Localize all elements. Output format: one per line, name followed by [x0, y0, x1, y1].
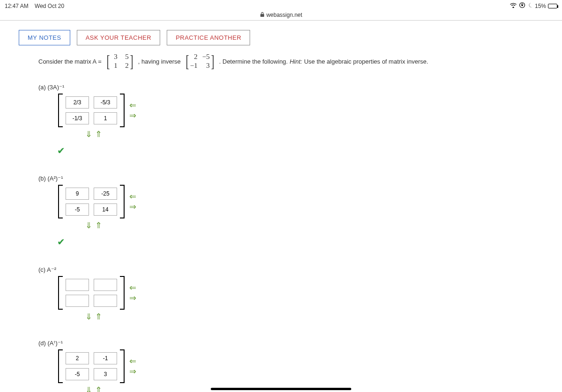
arrow-down-icon[interactable]: ⇓: [85, 312, 92, 321]
part-b-r1c1-input[interactable]: [66, 188, 89, 200]
toolbar-divider: [0, 20, 562, 21]
my-notes-button[interactable]: MY NOTES: [19, 30, 70, 45]
part-c-r1c1-input[interactable]: [66, 279, 89, 291]
right-bracket-icon: [121, 349, 125, 383]
arrow-left-icon[interactable]: ⇐: [129, 283, 136, 292]
arrow-right-icon[interactable]: ⇒: [129, 367, 136, 376]
part-a-matrix: ⇐ ⇒: [57, 94, 543, 127]
part-d-matrix: ⇐ ⇒: [57, 349, 543, 383]
resize-rows-control[interactable]: ⇓ ⇑: [85, 312, 543, 321]
resize-rows-control[interactable]: ⇓ ⇑: [85, 221, 543, 230]
A-r1c1: 3: [111, 53, 118, 61]
right-bracket-icon: [121, 94, 125, 127]
lock-icon: [260, 12, 265, 18]
part-b-matrix: ⇐ ⇒: [57, 185, 543, 218]
Ainv-r1c1: 2: [190, 53, 198, 61]
arrow-up-icon[interactable]: ⇑: [95, 130, 102, 138]
resize-cols-control[interactable]: ⇐ ⇒: [129, 101, 136, 120]
right-bracket-icon: [121, 185, 125, 218]
part-c-label: (c) A⁻²: [38, 266, 543, 273]
part-a-r1c1-input[interactable]: [66, 96, 89, 109]
svg-rect-2: [260, 14, 264, 17]
Ainv-r2c2: 3: [202, 62, 210, 70]
hint-text: Use the algebraic properties of matrix i…: [304, 58, 428, 65]
left-bracket-icon: [58, 185, 62, 218]
Ainv-r2c1: −1: [190, 62, 198, 70]
arrow-right-icon[interactable]: ⇒: [129, 111, 136, 120]
part-d-r2c1-input[interactable]: [66, 368, 89, 380]
part-a-label: (a) (3A)⁻¹: [38, 84, 543, 91]
arrow-down-icon[interactable]: ⇓: [85, 386, 92, 392]
correct-check-icon: ✔: [57, 236, 543, 247]
part-d: (d) (Aᵗ)⁻¹ ⇐ ⇒ ⇓ ⇑ ✔: [38, 340, 543, 392]
part-c-r2c2-input[interactable]: [94, 295, 117, 307]
url-text: webassign.net: [266, 12, 303, 18]
arrow-left-icon[interactable]: ⇐: [129, 192, 136, 201]
left-bracket-icon: [58, 349, 62, 383]
arrow-up-icon[interactable]: ⇑: [95, 312, 102, 321]
prompt-text-3: . Determine the following.: [219, 58, 288, 65]
device-status-bar: 12:47 AM Wed Oct 20 15%: [0, 0, 562, 12]
part-a-r2c1-input[interactable]: [66, 112, 89, 124]
arrow-left-icon[interactable]: ⇐: [129, 101, 136, 109]
A-r2c1: 1: [111, 62, 118, 70]
browser-url-bar[interactable]: webassign.net: [0, 12, 562, 20]
moon-icon: [527, 2, 533, 9]
right-bracket-icon: ]: [211, 53, 214, 70]
hint-label: Hint:: [289, 58, 302, 65]
part-b-r2c1-input[interactable]: [66, 203, 89, 216]
battery-percent: 15%: [535, 3, 546, 9]
arrow-right-icon[interactable]: ⇒: [129, 294, 136, 302]
part-a: (a) (3A)⁻¹ ⇐ ⇒ ⇓ ⇑ ✔: [38, 84, 543, 156]
matrix-A-inverse: [ 2 −5 −1 3 ]: [185, 53, 215, 70]
A-r1c2: 5: [122, 53, 129, 61]
part-a-r2c2-input[interactable]: [94, 112, 117, 124]
practice-another-button[interactable]: PRACTICE ANOTHER: [167, 30, 250, 45]
matrix-A: [ 3 5 1 2 ]: [105, 53, 134, 70]
action-buttons-row: MY NOTES ASK YOUR TEACHER PRACTICE ANOTH…: [19, 30, 543, 45]
resize-cols-control[interactable]: ⇐ ⇒: [129, 192, 136, 211]
left-bracket-icon: [: [106, 53, 110, 70]
resize-rows-control[interactable]: ⇓ ⇑: [85, 130, 543, 138]
arrow-right-icon[interactable]: ⇒: [129, 203, 136, 211]
left-bracket-icon: [58, 276, 62, 310]
Ainv-r1c2: −5: [202, 53, 210, 61]
part-c-r2c1-input[interactable]: [66, 295, 89, 307]
part-d-r1c1-input[interactable]: [66, 352, 89, 364]
home-indicator[interactable]: [211, 388, 351, 390]
orientation-lock-icon: [519, 2, 525, 10]
left-bracket-icon: [: [185, 53, 189, 70]
part-c-r1c2-input[interactable]: [94, 279, 117, 291]
right-bracket-icon: [121, 276, 125, 310]
part-d-label: (d) (Aᵗ)⁻¹: [38, 340, 543, 347]
prompt-text-2: , having inverse: [138, 58, 181, 65]
prompt-text-1: Consider the matrix A =: [38, 58, 102, 65]
svg-rect-1: [521, 5, 523, 6]
A-r2c2: 2: [122, 62, 129, 70]
arrow-down-icon[interactable]: ⇓: [85, 221, 92, 230]
ask-teacher-button[interactable]: ASK YOUR TEACHER: [77, 30, 160, 45]
arrow-down-icon[interactable]: ⇓: [85, 130, 92, 138]
status-date: Wed Oct 20: [35, 3, 64, 9]
question-prompt: Consider the matrix A = [ 3 5 1 2 ] , ha…: [38, 53, 543, 70]
status-time: 12:47 AM: [5, 3, 29, 9]
battery-icon: [548, 4, 557, 8]
part-a-r1c2-input[interactable]: [94, 96, 117, 109]
part-b: (b) (A²)⁻¹ ⇐ ⇒ ⇓ ⇑ ✔: [38, 175, 543, 247]
arrow-up-icon[interactable]: ⇑: [95, 221, 102, 230]
part-c-matrix: ⇐ ⇒: [57, 276, 543, 310]
part-d-r2c2-input[interactable]: [94, 368, 117, 380]
arrow-left-icon[interactable]: ⇐: [129, 357, 136, 365]
resize-cols-control[interactable]: ⇐ ⇒: [129, 357, 136, 376]
right-bracket-icon: ]: [130, 53, 133, 70]
part-b-r1c2-input[interactable]: [94, 188, 117, 200]
correct-check-icon: ✔: [57, 145, 543, 156]
part-d-r1c2-input[interactable]: [94, 352, 117, 364]
left-bracket-icon: [58, 94, 62, 127]
resize-cols-control[interactable]: ⇐ ⇒: [129, 283, 136, 302]
arrow-up-icon[interactable]: ⇑: [95, 386, 102, 392]
question-content: MY NOTES ASK YOUR TEACHER PRACTICE ANOTH…: [0, 23, 562, 392]
part-b-r2c2-input[interactable]: [94, 203, 117, 216]
part-c: (c) A⁻² ⇐ ⇒ ⇓ ⇑: [38, 266, 543, 321]
wifi-icon: [510, 2, 517, 9]
